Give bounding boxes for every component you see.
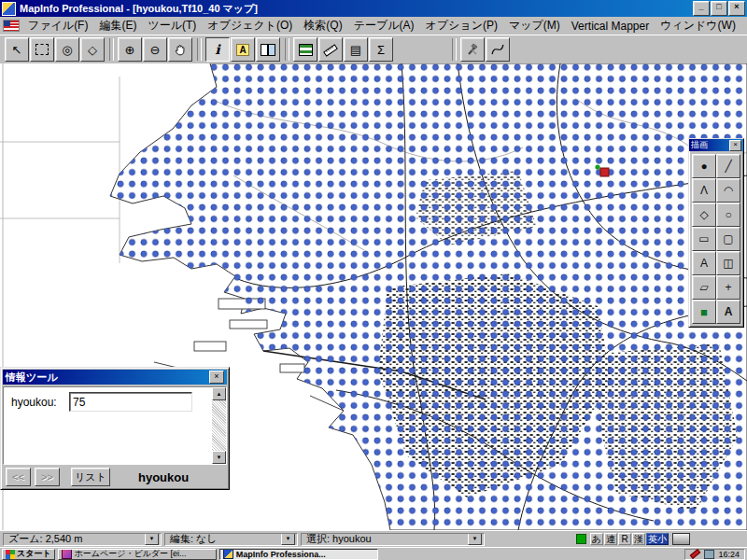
dual-window-button[interactable]	[256, 37, 280, 62]
pan-button[interactable]	[168, 37, 192, 62]
rectangle-tool-button[interactable]: ▭	[692, 227, 716, 251]
select-arrow-button[interactable]: ↖	[5, 37, 29, 62]
close-button[interactable]: ×	[728, 1, 745, 16]
polygon-tool-button[interactable]: ◇	[692, 203, 716, 227]
ime-kanji-mode[interactable]: 漢	[632, 533, 645, 545]
info-tool-button[interactable]: i	[205, 37, 230, 62]
radius-select-icon: ◎	[62, 43, 72, 57]
windows-logo-icon	[6, 550, 15, 559]
keyboard-icon[interactable]	[672, 533, 690, 545]
add-node-tool-button[interactable]: +	[716, 275, 740, 300]
tray-clock[interactable]: 16:24	[718, 550, 740, 559]
menu-vertical-mapper[interactable]: Vertical Mapper	[566, 19, 655, 34]
spline-button[interactable]	[486, 37, 510, 62]
thematic-map-button[interactable]	[293, 37, 317, 62]
edit-dropdown-icon[interactable]: ▼	[281, 533, 295, 545]
ruler-button[interactable]	[318, 37, 343, 62]
ellipse-tool-button[interactable]: ○	[716, 203, 740, 227]
ime-caps-mode[interactable]: 英小	[646, 533, 669, 545]
frame-tool-button[interactable]: ◫	[716, 251, 740, 275]
menu-file[interactable]: ファイル(F)	[22, 17, 93, 35]
line-tool-icon: ╱	[725, 160, 731, 173]
list-button[interactable]: リスト	[71, 468, 110, 486]
info-tool-title: 情報ツール	[6, 371, 58, 385]
selected-point-marker	[600, 168, 609, 176]
menu-edit[interactable]: 編集(E)	[93, 17, 142, 35]
menu-options[interactable]: オプション(P)	[420, 17, 503, 35]
statistics-button[interactable]: Σ	[369, 37, 393, 62]
title-bar: MapInfo Professional - [hyoukou,Tf10_40 …	[0, 0, 747, 17]
scroll-down-icon[interactable]: ▼	[212, 451, 226, 464]
child-window-icon[interactable]	[3, 20, 20, 32]
marquee-select-button[interactable]	[30, 37, 54, 62]
maximize-button[interactable]: □	[711, 1, 727, 16]
zoom-out-button[interactable]: ⊖	[143, 37, 167, 62]
info-tool-titlebar[interactable]: 情報ツール ×	[3, 370, 227, 385]
statistics-icon: Σ	[377, 43, 385, 57]
line-tool-button[interactable]: ╱	[716, 154, 740, 178]
menu-objects[interactable]: オブジェクト(O)	[202, 17, 298, 35]
zoom-in-button[interactable]: ⊕	[118, 37, 142, 62]
drawing-palette-close-icon[interactable]: ×	[729, 140, 741, 151]
frame-tool-icon: ◫	[723, 257, 733, 270]
ime-roman-mode[interactable]: R	[618, 533, 631, 545]
menu-query[interactable]: 検索(Q)	[298, 17, 347, 35]
radius-select-button[interactable]: ◎	[55, 37, 79, 62]
menu-tools[interactable]: ツール(T)	[142, 17, 202, 35]
task-mapinfo[interactable]: MapInfo Professiona...	[219, 549, 378, 560]
start-button[interactable]: スタート	[2, 549, 55, 560]
menu-map[interactable]: マップ(M)	[503, 17, 566, 35]
ime-conversion-mode[interactable]: 連	[604, 533, 617, 545]
info-tool-close-icon[interactable]: ×	[209, 371, 224, 384]
info-tool-buttons: << >> リスト hyoukou	[1, 465, 229, 489]
drawing-palette: 描画 × ● ╱ Λ ◠ ◇ ○ ▭ ▢ A ◫ ▱ + ■ A	[688, 138, 744, 328]
app-icon[interactable]	[2, 2, 16, 16]
info-tool-scrollbar[interactable]: ▲ ▼	[212, 387, 226, 464]
menu-table[interactable]: テーブル(A)	[348, 17, 420, 35]
homepage-builder-icon	[62, 549, 72, 559]
ime-pen-icon[interactable]	[690, 549, 701, 559]
next-record-button[interactable]: >>	[35, 468, 60, 486]
symbol-tool-button[interactable]: ●	[692, 154, 716, 178]
label-icon: A	[236, 44, 248, 56]
layer-control-button[interactable]: ▤	[344, 37, 368, 62]
text-tool-button[interactable]: A	[692, 251, 716, 275]
label-tool-button[interactable]: A	[231, 37, 255, 62]
drawing-palette-titlebar[interactable]: 描画 ×	[689, 139, 743, 151]
polygon-select-icon: ◇	[88, 43, 97, 57]
selection-status-text: 選択: hyoukou	[306, 533, 372, 546]
thematic-map-icon	[299, 44, 313, 56]
text-style-button[interactable]: A	[716, 300, 740, 324]
rounded-rectangle-tool-button[interactable]: ▢	[716, 227, 740, 251]
start-button-label: スタート	[17, 548, 51, 560]
task-label: ホームページ・ビルダー [ei...	[75, 549, 187, 560]
arc-tool-button[interactable]: ◠	[716, 178, 740, 203]
zoom-in-icon: ⊕	[125, 43, 135, 57]
polygon-select-button[interactable]: ◇	[80, 37, 105, 62]
zoom-out-icon: ⊖	[150, 43, 161, 57]
zoom-status-panel: ズーム: 2,540 m ▼	[3, 533, 162, 546]
menu-help[interactable]: ヘルプ(H)	[741, 17, 747, 35]
reshape-tool-button[interactable]: ▱	[692, 275, 716, 300]
field-label: hyoukou:	[11, 396, 57, 409]
ruler-icon	[323, 42, 338, 57]
region-style-button[interactable]: ■	[692, 300, 716, 324]
main-toolbar: ↖ ◎ ◇ ⊕ ⊖ i A ▤ Σ	[0, 35, 747, 63]
zoom-status-text: ズーム: 2,540 m	[8, 533, 82, 546]
ime-input-mode[interactable]: あ	[590, 533, 603, 545]
toolbar-separator	[452, 38, 457, 61]
previous-record-button[interactable]: <<	[6, 468, 31, 486]
minimize-button[interactable]: _	[693, 1, 710, 16]
add-node-tool-icon: +	[725, 281, 731, 294]
field-value-input[interactable]	[69, 392, 192, 412]
selection-dropdown-icon[interactable]: ▼	[468, 533, 482, 545]
task-homepage-builder[interactable]: ホームページ・ビルダー [ei...	[58, 549, 217, 560]
tool-manager-button[interactable]	[460, 37, 485, 62]
polyline-tool-button[interactable]: Λ	[692, 178, 716, 203]
zoom-dropdown-icon[interactable]: ▼	[145, 533, 159, 545]
scroll-up-icon[interactable]: ▲	[212, 387, 226, 400]
menu-window[interactable]: ウィンドウ(W)	[655, 17, 741, 35]
tray-utility-icon[interactable]	[704, 550, 714, 559]
task-label: MapInfo Professiona...	[236, 550, 326, 559]
polygon-tool-icon: ◇	[699, 208, 708, 221]
